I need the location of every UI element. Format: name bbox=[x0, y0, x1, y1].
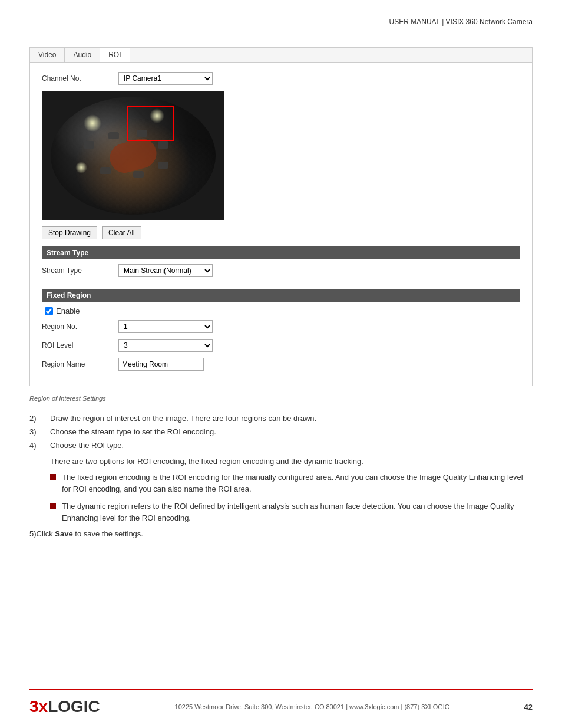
region-no-row: Region No. 1 2 3 4 bbox=[42, 320, 520, 333]
header-text: USER MANUAL | bbox=[389, 18, 446, 26]
bullet-list: The fixed region encoding is the ROI enc… bbox=[50, 472, 533, 523]
region-name-label: Region Name bbox=[42, 360, 118, 368]
bullet-text: The dynamic region refers to the ROI def… bbox=[62, 500, 533, 523]
list-item: 2) Draw the region of interest on the im… bbox=[29, 414, 533, 423]
light-spot bbox=[84, 114, 101, 132]
step-num: 2) bbox=[29, 414, 50, 423]
bullet-item: The dynamic region refers to the ROI def… bbox=[50, 500, 533, 523]
stream-type-row: Stream Type Main Stream(Normal) Sub Stre… bbox=[42, 264, 520, 277]
channel-label: Channel No. bbox=[42, 74, 118, 83]
table-shape bbox=[107, 135, 160, 176]
stop-drawing-button[interactable]: Stop Drawing bbox=[42, 226, 97, 239]
bullet-item: The fixed region encoding is the ROI enc… bbox=[50, 472, 533, 495]
intro-text: There are two options for ROI encoding, … bbox=[50, 457, 533, 466]
bullet-icon bbox=[50, 474, 56, 480]
logo-3x: 3x bbox=[29, 697, 48, 716]
step-text: Draw the region of interest on the image… bbox=[50, 414, 316, 423]
light-spot bbox=[75, 162, 87, 173]
stream-type-header: Stream Type bbox=[42, 246, 520, 259]
instructions-section: 2) Draw the region of interest on the im… bbox=[29, 414, 533, 689]
list-item: 4) Choose the ROI type. bbox=[29, 441, 533, 450]
enable-row: Enable bbox=[42, 307, 520, 315]
tab-audio[interactable]: Audio bbox=[65, 48, 100, 62]
enable-label[interactable]: Enable bbox=[56, 307, 80, 315]
bullet-text: The fixed region encoding is the ROI enc… bbox=[62, 472, 533, 495]
step-num: 4) bbox=[29, 441, 50, 450]
figure-caption: Region of Interest Settings bbox=[29, 395, 533, 402]
footer-info: 10225 Westmoor Drive, Suite 300, Westmin… bbox=[100, 703, 524, 710]
logo-logic: LOGIC bbox=[48, 697, 100, 716]
chair bbox=[108, 132, 119, 139]
step-text: Choose the ROI type. bbox=[50, 441, 124, 450]
step5-num: 5) bbox=[29, 529, 37, 538]
region-name-row: Region Name bbox=[42, 358, 520, 371]
camera-view bbox=[42, 91, 224, 220]
roi-level-label: ROI Level bbox=[42, 341, 118, 350]
channel-select[interactable]: IP Camera1 IP Camera2 IP Camera3 bbox=[118, 72, 213, 85]
tab-video[interactable]: Video bbox=[30, 48, 65, 62]
list-item: 3) Choose the stream type to set the ROI… bbox=[29, 427, 533, 436]
header-brand: VISIX 360 Network Camera bbox=[446, 18, 533, 26]
chair bbox=[100, 167, 111, 174]
chair bbox=[158, 141, 168, 149]
step-text: Choose the stream type to set the ROI en… bbox=[50, 427, 216, 436]
numbered-list: 2) Draw the region of interest on the im… bbox=[29, 414, 533, 450]
page-footer: 3xLOGIC 10225 Westmoor Drive, Suite 300,… bbox=[29, 689, 533, 728]
step5-row: 5) Click Save to save the settings. bbox=[29, 529, 533, 538]
drawing-buttons: Stop Drawing Clear All bbox=[42, 226, 520, 239]
footer-page-number: 42 bbox=[524, 703, 533, 711]
roi-level-select[interactable]: 1 2 3 4 5 6 bbox=[118, 339, 213, 352]
panel-body: Channel No. IP Camera1 IP Camera2 IP Cam… bbox=[30, 63, 532, 386]
settings-panel: Video Audio ROI Channel No. IP Camera1 I… bbox=[29, 47, 533, 386]
step5-text: Click Save to save the settings. bbox=[37, 529, 143, 538]
step-num: 3) bbox=[29, 427, 50, 436]
region-no-select[interactable]: 1 2 3 4 bbox=[118, 320, 213, 333]
roi-rectangle bbox=[127, 106, 174, 141]
stream-type-select[interactable]: Main Stream(Normal) Sub Stream Third Str… bbox=[118, 264, 213, 277]
chair bbox=[158, 162, 168, 169]
fixed-region-header: Fixed Region bbox=[42, 289, 520, 302]
tab-roi[interactable]: ROI bbox=[100, 48, 130, 62]
clear-all-button[interactable]: Clear All bbox=[102, 226, 141, 239]
region-name-input[interactable] bbox=[118, 358, 204, 371]
enable-checkbox[interactable] bbox=[45, 307, 53, 315]
chair bbox=[133, 171, 144, 178]
region-no-label: Region No. bbox=[42, 322, 118, 331]
footer-logo: 3xLOGIC bbox=[29, 697, 100, 716]
chair bbox=[84, 141, 94, 149]
tabs-bar: Video Audio ROI bbox=[30, 48, 532, 63]
channel-row: Channel No. IP Camera1 IP Camera2 IP Cam… bbox=[42, 72, 520, 85]
stream-type-label: Stream Type bbox=[42, 266, 118, 275]
bullet-icon bbox=[50, 503, 56, 509]
page-header: USER MANUAL | VISIX 360 Network Camera bbox=[29, 18, 533, 35]
roi-level-row: ROI Level 1 2 3 4 5 6 bbox=[42, 339, 520, 352]
